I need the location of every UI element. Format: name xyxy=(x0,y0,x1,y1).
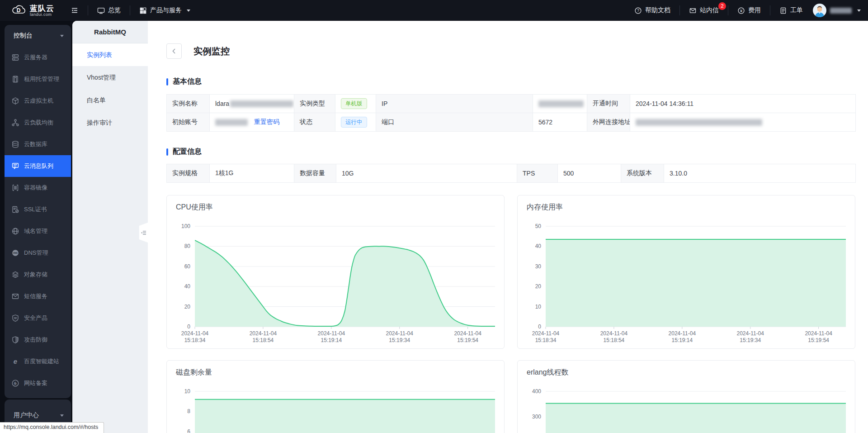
sidebar-item-database[interactable]: 云数据库 xyxy=(5,133,71,155)
nav-item-overview[interactable]: 总览 xyxy=(97,6,121,14)
info-value: 2024-11-04 14:36:11 xyxy=(630,95,856,113)
status-badge: 单机版 xyxy=(341,98,367,109)
info-label: 系统版本 xyxy=(621,164,664,183)
svg-text:e: e xyxy=(14,357,17,365)
sidebar-item-label: 云负载均衡 xyxy=(24,119,53,127)
sidebar-item-label: 域名管理 xyxy=(24,227,47,235)
svg-text:2024-11-04: 2024-11-04 xyxy=(600,330,628,337)
nav-item-ticket[interactable]: 工单 xyxy=(779,6,803,14)
disk-free-chart: 02468102024-11-0415:18:342024-11-0415:18… xyxy=(167,361,505,433)
svg-text:40: 40 xyxy=(184,283,191,290)
chevron-left-icon xyxy=(170,48,178,55)
svg-text:15:18:54: 15:18:54 xyxy=(604,337,625,343)
subsidebar-item[interactable]: 实例列表 xyxy=(72,43,148,66)
reset-password-link[interactable]: 重置密码 xyxy=(254,118,279,125)
sidebar-item-baidu-site[interactable]: e百度智能建站 xyxy=(5,351,71,372)
svg-text:备: 备 xyxy=(14,381,17,385)
subsidebar-item[interactable]: 白名单 xyxy=(72,89,148,111)
panel-collapse-handle[interactable] xyxy=(136,223,148,243)
sidebar-item-cube[interactable]: 云虚拟主机 xyxy=(5,90,71,112)
subsidebar-title: RabbitMQ xyxy=(72,21,148,43)
monitor-charts-grid: CPU使用率0204060801002024-11-0415:18:342024… xyxy=(166,195,855,433)
svg-text:2024-11-04: 2024-11-04 xyxy=(318,330,345,337)
rack-icon xyxy=(11,75,19,83)
sidebar-item-label: 租用托管管理 xyxy=(24,75,59,83)
subsidebar-item[interactable]: Vhost管理 xyxy=(72,66,148,89)
svg-text:¥: ¥ xyxy=(740,8,742,13)
nav-item-help[interactable]: ?帮助文档 xyxy=(634,6,670,14)
sidebar-header-label: 控制台 xyxy=(14,32,33,40)
info-value: 运行中 xyxy=(335,113,376,132)
nav-item-label: 费用 xyxy=(748,6,761,14)
chevron-down-icon xyxy=(187,10,190,12)
brand-logo[interactable]: D 蓝队云 landui.com xyxy=(11,4,54,18)
info-value: 1核1G xyxy=(210,164,294,183)
sidebar-item-message-queue[interactable]: 云消息队列 xyxy=(5,155,71,177)
user-menu[interactable] xyxy=(813,4,861,17)
sidebar-header-console[interactable]: 控制台 xyxy=(5,25,71,47)
sidebar-item-load-balancer[interactable]: 云负载均衡 xyxy=(5,112,71,133)
sms-icon xyxy=(11,292,19,300)
sidebar-item-container[interactable]: 容器镜像 xyxy=(5,177,71,199)
yuan-circle-icon: ¥ xyxy=(737,7,745,14)
sidebar-item-sms[interactable]: 短信服务 xyxy=(5,285,71,307)
sidebar-item-server[interactable]: 云服务器 xyxy=(5,47,71,68)
section-config-info: 配置信息 xyxy=(166,147,855,157)
svg-text:2024-11-04: 2024-11-04 xyxy=(532,330,560,337)
sidebar-item-object-storage[interactable]: 对象存储 xyxy=(5,264,71,285)
svg-text:15:18:34: 15:18:34 xyxy=(535,337,557,343)
svg-text:15:19:14: 15:19:14 xyxy=(671,337,693,343)
sidebar-item-globe[interactable]: 域名管理 xyxy=(5,220,71,242)
svg-text:400: 400 xyxy=(532,388,541,395)
sidebar-item-shield[interactable]: 攻击防御 xyxy=(5,329,71,351)
svg-text:DNS: DNS xyxy=(13,252,18,254)
sidebar-item-beian[interactable]: 备网站备案 xyxy=(5,372,71,394)
monitor-icon xyxy=(97,7,105,14)
erlang-threads-chart: 01002003004002024-11-0415:18:342024-11-0… xyxy=(518,361,856,433)
sidebar-item-label: 云服务器 xyxy=(24,53,47,62)
brand-domain: landui.com xyxy=(30,12,54,17)
chevron-down-icon xyxy=(60,35,64,37)
cpu-usage-chart-card: CPU使用率0204060801002024-11-0415:18:342024… xyxy=(166,195,505,349)
info-label: 端口 xyxy=(376,113,533,132)
username-masked xyxy=(830,8,852,14)
collapse-menu-icon[interactable] xyxy=(71,6,79,14)
sidebar-item-label: 云虚拟主机 xyxy=(24,97,53,105)
svg-text:15:18:34: 15:18:34 xyxy=(184,337,206,343)
nav-item-billing[interactable]: ¥费用 xyxy=(737,6,761,14)
info-value: 500 xyxy=(558,164,621,183)
server-icon xyxy=(11,53,19,62)
nav-item-label: 站内信 xyxy=(700,6,719,14)
info-label: 数据容量 xyxy=(294,164,336,183)
nav-left-items: 总览产品与服务 xyxy=(97,5,190,15)
svg-text:0: 0 xyxy=(187,324,190,330)
section-config-label: 配置信息 xyxy=(173,147,202,157)
table-row: 初始账号重置密码状态运行中端口5672外网连接地址 xyxy=(167,113,856,132)
svg-text:15:19:34: 15:19:34 xyxy=(740,337,761,343)
container-icon xyxy=(11,184,19,192)
unread-count-badge: 2 xyxy=(718,2,726,10)
section-accent-bar xyxy=(166,148,168,156)
sidebar-item-rack[interactable]: 租用托管管理 xyxy=(5,68,71,90)
svg-text:30: 30 xyxy=(535,263,542,270)
dns-icon: DNS xyxy=(11,249,19,257)
sidebar-item-dns[interactable]: DNSDNS管理 xyxy=(5,242,71,264)
svg-text:2024-11-04: 2024-11-04 xyxy=(250,330,277,337)
chevron-down-icon xyxy=(857,10,861,12)
sidebar-panel: 控制台 云服务器租用托管管理云虚拟主机云负载均衡云数据库云消息队列容器镜像SSL… xyxy=(5,25,71,398)
sidebar-item-ssl-cert[interactable]: SSL证书 xyxy=(5,199,71,220)
svg-text:8: 8 xyxy=(187,408,190,414)
sidebar-item-shield-check[interactable]: 安全产品 xyxy=(5,307,71,329)
masked-value xyxy=(538,100,584,107)
back-button[interactable] xyxy=(166,43,182,59)
nav-item-mail[interactable]: 站内信2 xyxy=(689,6,719,14)
svg-text:20: 20 xyxy=(184,304,191,310)
ssl-cert-icon xyxy=(11,205,19,214)
subsidebar-item[interactable]: 操作审计 xyxy=(72,111,148,134)
left-sidebar: 控制台 云服务器租用托管管理云虚拟主机云负载均衡云数据库云消息队列容器镜像SSL… xyxy=(0,21,72,433)
nav-item-products[interactable]: 产品与服务 xyxy=(139,6,190,14)
svg-text:10: 10 xyxy=(535,304,542,310)
svg-text:6: 6 xyxy=(187,428,190,433)
svg-text:10: 10 xyxy=(184,388,191,395)
mail-icon xyxy=(689,7,697,14)
